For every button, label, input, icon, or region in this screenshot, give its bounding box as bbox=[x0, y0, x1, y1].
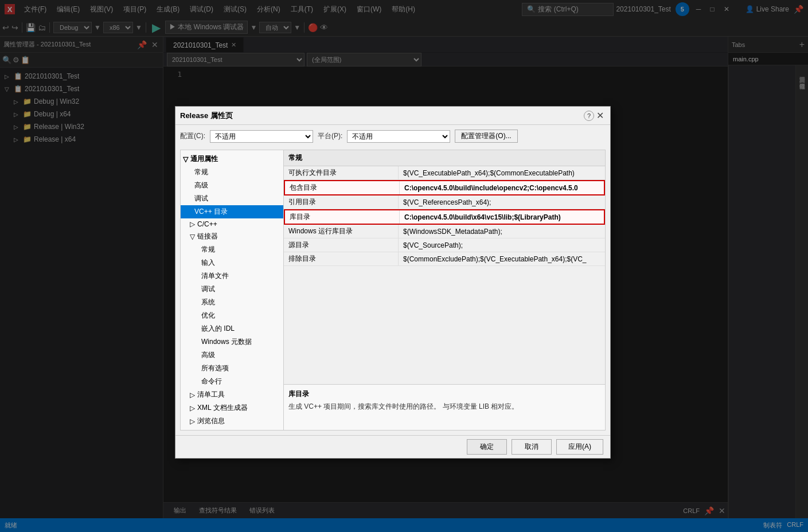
prop-row-1[interactable]: 包含目录 C:\opencv4.5.0\build\include\opencv… bbox=[284, 180, 605, 195]
prop-name-3: 库目录 bbox=[285, 210, 400, 224]
prop-row-0[interactable]: 可执行文件目录 $(VC_ExecutablePath_x64);$(Commo… bbox=[284, 166, 605, 180]
desc-text: 生成 VC++ 项目期间，搜索库文件时使用的路径。 与环境变量 LIB 相对应。 bbox=[288, 401, 600, 412]
dialog-tree: ▽ 通用属性 常规 高级 调试 VC++ 目录 bbox=[181, 150, 284, 430]
prop-value-4: $(WindowsSDK_MetadataPath); bbox=[399, 226, 605, 237]
prop-name-6: 排除目录 bbox=[284, 252, 399, 265]
dtree-item-tiaoshi[interactable]: 调试 bbox=[181, 192, 283, 205]
dtree-manifest-label: 清单工具 bbox=[197, 390, 225, 400]
config-label: 配置(C): bbox=[180, 131, 205, 141]
dtree-section-manifest[interactable]: ▷ 清单工具 bbox=[181, 388, 283, 401]
prop-value-3: C:\opencv4.5.0\build\x64\vc15\lib;$(Libr… bbox=[400, 212, 604, 223]
dialog-footer: 确定 取消 应用(A) bbox=[175, 435, 610, 458]
dtree-linker-winmeta-label: Windows 元数据 bbox=[201, 337, 252, 347]
dtree-item-changgui[interactable]: 常规 bbox=[181, 166, 283, 179]
dialog-right: 常规 可执行文件目录 $(VC_ExecutablePath_x64);$(Co… bbox=[284, 150, 605, 430]
dtree-section-cpp[interactable]: ▷ C/C++ bbox=[181, 218, 283, 230]
dtree-item-vcdir[interactable]: VC++ 目录 bbox=[181, 205, 283, 218]
dialog-description: 库目录 生成 VC++ 项目期间，搜索库文件时使用的路径。 与环境变量 LIB … bbox=[284, 384, 605, 430]
dtree-gaoji-label: 高级 bbox=[194, 181, 208, 190]
dtree-manifest-arrow: ▷ bbox=[190, 391, 195, 399]
dtree-linker-idl-label: 嵌入的 IDL bbox=[201, 324, 235, 334]
prop-value-2: $(VC_ReferencesPath_x64); bbox=[399, 197, 605, 208]
platform-select[interactable]: 不适用 bbox=[347, 130, 450, 143]
properties-dialog: Release 属性页 ? ✕ 配置(C): 不适用 平台(P): 不适用 配置… bbox=[175, 106, 611, 459]
dtree-linker-system-label: 系统 bbox=[201, 298, 215, 307]
dtree-linker-opt-label: 优化 bbox=[201, 311, 215, 320]
dtree-xml-label: XML 文档生成器 bbox=[197, 403, 248, 413]
config-row: 配置(C): 不适用 平台(P): 不适用 配置管理器(O)... bbox=[180, 130, 606, 143]
dtree-linker-changgui[interactable]: 常规 bbox=[181, 243, 283, 256]
dtree-section-browse[interactable]: ▷ 浏览信息 bbox=[181, 414, 283, 428]
dtree-xml-arrow: ▷ bbox=[190, 404, 195, 412]
dtree-linker-debug-label: 调试 bbox=[201, 284, 215, 294]
platform-label: 平台(P): bbox=[318, 131, 342, 141]
prop-name-0: 可执行文件目录 bbox=[284, 166, 399, 179]
prop-row-4[interactable]: Windows 运行库目录 $(WindowsSDK_MetadataPath)… bbox=[284, 225, 605, 238]
prop-value-0: $(VC_ExecutablePath_x64);$(CommonExecuta… bbox=[399, 167, 605, 179]
dialog-content: ▽ 通用属性 常规 高级 调试 VC++ 目录 bbox=[180, 150, 606, 431]
dtree-linker-cmdline[interactable]: 命令行 bbox=[181, 375, 283, 388]
prop-value-5: $(VC_SourcePath); bbox=[399, 240, 605, 251]
props-table: 可执行文件目录 $(VC_ExecutablePath_x64);$(Commo… bbox=[284, 166, 605, 384]
props-header-label: 常规 bbox=[288, 153, 302, 163]
cancel-button[interactable]: 取消 bbox=[512, 439, 552, 455]
dtree-linker-all[interactable]: 所有选项 bbox=[181, 362, 283, 375]
dtree-changgui-label: 常规 bbox=[194, 167, 208, 177]
dtree-tiaoshi-label: 调试 bbox=[194, 194, 208, 204]
config-manager-btn[interactable]: 配置管理器(O)... bbox=[455, 130, 517, 143]
dtree-general-arrow: ▽ bbox=[183, 155, 188, 163]
dtree-linker-manifest[interactable]: 清单文件 bbox=[181, 269, 283, 283]
dialog-titlebar: Release 属性页 ? ✕ bbox=[175, 107, 610, 125]
dtree-linker-system[interactable]: 系统 bbox=[181, 296, 283, 309]
apply-button[interactable]: 应用(A) bbox=[556, 439, 603, 455]
dtree-vcdir-label: VC++ 目录 bbox=[194, 207, 228, 217]
dialog-help-btn[interactable]: ? bbox=[584, 111, 594, 121]
dtree-linker-all-label: 所有选项 bbox=[201, 363, 229, 373]
dtree-cpp-label: C/C++ bbox=[197, 220, 217, 228]
prop-row-3[interactable]: 库目录 C:\opencv4.5.0\build\x64\vc15\lib;$(… bbox=[284, 209, 605, 225]
dtree-linker-adv[interactable]: 高级 bbox=[181, 349, 283, 362]
prop-row-5[interactable]: 源目录 $(VC_SourcePath); bbox=[284, 238, 605, 252]
dtree-linker-idl[interactable]: 嵌入的 IDL bbox=[181, 322, 283, 335]
prop-value-6: $(CommonExcludePath);$(VC_ExecutablePath… bbox=[399, 253, 605, 265]
ok-button[interactable]: 确定 bbox=[467, 439, 507, 455]
props-header: 常规 bbox=[284, 150, 605, 166]
dtree-browse-arrow: ▷ bbox=[190, 417, 195, 425]
prop-name-4: Windows 运行库目录 bbox=[284, 225, 399, 238]
dtree-linker-input[interactable]: 输入 bbox=[181, 256, 283, 269]
dtree-linker-input-label: 输入 bbox=[201, 258, 215, 268]
prop-name-5: 源目录 bbox=[284, 238, 399, 252]
dtree-linker-label: 链接器 bbox=[197, 232, 218, 241]
dtree-section-linker[interactable]: ▽ 链接器 bbox=[181, 230, 283, 243]
dtree-linker-adv-label: 高级 bbox=[201, 350, 215, 360]
dtree-linker-cmdline-label: 命令行 bbox=[201, 377, 222, 386]
prop-row-2[interactable]: 引用目录 $(VC_ReferencesPath_x64); bbox=[284, 195, 605, 209]
dtree-browse-label: 浏览信息 bbox=[197, 416, 225, 426]
prop-name-1: 包含目录 bbox=[285, 181, 400, 194]
dialog-body: 配置(C): 不适用 平台(P): 不适用 配置管理器(O)... ▽ 通用属性 bbox=[175, 125, 610, 435]
dialog-title: Release 属性页 bbox=[180, 111, 584, 121]
dtree-section-xml[interactable]: ▷ XML 文档生成器 bbox=[181, 401, 283, 414]
prop-name-2: 引用目录 bbox=[284, 195, 399, 209]
dtree-linker-arrow: ▽ bbox=[190, 233, 195, 241]
desc-title: 库目录 bbox=[288, 389, 600, 399]
prop-row-6[interactable]: 排除目录 $(CommonExcludePath);$(VC_Executabl… bbox=[284, 252, 605, 266]
dialog-overlay: Release 属性页 ? ✕ 配置(C): 不适用 平台(P): 不适用 配置… bbox=[0, 0, 808, 532]
dtree-cpp-arrow: ▷ bbox=[190, 220, 195, 228]
dtree-general-label: 通用属性 bbox=[190, 154, 218, 164]
dtree-linker-changgui-label: 常规 bbox=[201, 245, 215, 255]
dtree-linker-debug[interactable]: 调试 bbox=[181, 283, 283, 296]
dtree-item-gaoji[interactable]: 高级 bbox=[181, 179, 283, 192]
dtree-linker-winmeta[interactable]: Windows 元数据 bbox=[181, 335, 283, 349]
dtree-linker-manifest-label: 清单文件 bbox=[201, 271, 229, 281]
config-select[interactable]: 不适用 bbox=[210, 130, 313, 143]
dtree-section-general[interactable]: ▽ 通用属性 bbox=[181, 152, 283, 166]
dialog-close-btn[interactable]: ✕ bbox=[594, 110, 606, 122]
prop-value-1: C:\opencv4.5.0\build\include\opencv2;C:\… bbox=[400, 182, 604, 194]
dtree-linker-opt[interactable]: 优化 bbox=[181, 309, 283, 322]
